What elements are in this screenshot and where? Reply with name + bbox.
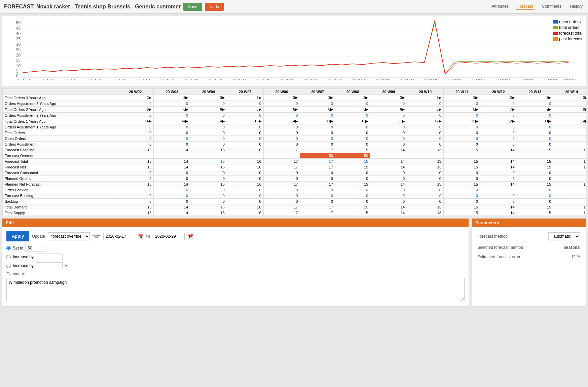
cell-8-7: 0 xyxy=(370,142,407,147)
cell-10-2[interactable] xyxy=(190,153,227,159)
row-label-11: Forecast Total xyxy=(3,159,117,164)
cell-12-7: 14 xyxy=(370,164,407,170)
set-to-label: Set to xyxy=(13,246,23,250)
apply-button[interactable]: Apply xyxy=(6,231,29,241)
cell-11-6: 15 xyxy=(335,159,370,164)
calendar-icon-from[interactable]: 📅 xyxy=(138,234,144,239)
row-label-14: Planned Orders xyxy=(3,176,117,182)
field-select[interactable]: forecast override forecast baseline xyxy=(48,232,90,240)
radio-set-to[interactable] xyxy=(6,246,11,250)
cell-19-1: 14 xyxy=(154,204,190,210)
svg-text:17 W52: 17 W52 xyxy=(160,78,174,80)
cell-16-0: 0 xyxy=(117,187,154,193)
cell-18-8: 0 xyxy=(407,199,444,204)
cell-11-11: 15 xyxy=(517,159,553,164)
table-row: Total Orders 2 Years Ago6▶6▶6▶6▶6▶8▶6▶6▶… xyxy=(3,107,586,113)
svg-text:20 W12: 20 W12 xyxy=(472,78,486,80)
cell-20-3: 16 xyxy=(227,210,263,216)
till-date-input[interactable] xyxy=(153,233,185,240)
nav-forecast[interactable]: Forecast xyxy=(516,3,535,10)
cell-14-3: 0 xyxy=(227,176,263,182)
cell-3-5: 0 xyxy=(300,113,335,118)
cell-13-7: 0 xyxy=(370,170,407,176)
cell-18-5: 0 xyxy=(300,199,335,204)
cell-10-1[interactable] xyxy=(154,153,190,159)
increase-by-pct-input[interactable] xyxy=(36,262,63,269)
cell-20-10: 14 xyxy=(480,210,517,216)
radio-increase-by-pct[interactable] xyxy=(6,264,11,268)
cell-15-3: 16 xyxy=(227,182,263,187)
cell-10-10[interactable] xyxy=(480,153,517,159)
cell-10-5[interactable]: 50 xyxy=(300,153,335,159)
cell-14-5: 0 xyxy=(300,176,335,182)
cell-10-4[interactable] xyxy=(263,153,300,159)
cell-3-7: 0 xyxy=(370,113,407,118)
from-date-input[interactable] xyxy=(103,233,135,240)
cell-11-10: 14 xyxy=(480,159,517,164)
increase-by-input[interactable] xyxy=(36,254,63,260)
cell-11-3: 16 xyxy=(227,159,263,164)
selected-method-value: seasonal xyxy=(564,245,580,250)
cell-5-12: 0 xyxy=(553,124,586,130)
save-button[interactable]: Save xyxy=(183,3,202,11)
row-label-5: Orders Adjustment 1 Years Ago xyxy=(3,124,117,130)
svg-text:10: 10 xyxy=(16,64,21,68)
estimated-error-label: Estimated forecast error xyxy=(477,255,520,259)
nav-attributes[interactable]: Attributes xyxy=(490,3,510,10)
cell-15-8: 13 xyxy=(407,182,444,187)
legend-dot-past-forecast xyxy=(553,37,558,41)
cell-19-11: 15 xyxy=(517,204,553,210)
comment-textarea[interactable]: Wimbledon promotion campaign xyxy=(6,278,465,301)
param-row-selected-method: Selected forecast method seasonal xyxy=(477,245,580,250)
cell-10-11[interactable] xyxy=(517,153,553,159)
update-label: Update xyxy=(32,234,45,239)
cell-6-7: 0 xyxy=(370,130,407,136)
cell-10-12[interactable] xyxy=(553,153,586,159)
cell-0-7: 3▶ xyxy=(370,95,407,101)
cell-19-12: 15 xyxy=(553,204,586,210)
svg-text:19 W28: 19 W28 xyxy=(376,78,390,80)
cell-15-7: 14 xyxy=(370,182,407,187)
cell-3-1: 0 xyxy=(154,113,190,118)
edit-panel: Edit Apply Update forecast override fore… xyxy=(2,218,469,307)
row-label-3: Orders Adjustment 2 Years Ago xyxy=(3,113,117,118)
calendar-icon-till[interactable]: 📅 xyxy=(187,234,193,239)
cell-10-3[interactable] xyxy=(227,153,263,159)
cell-12-0: 15 xyxy=(117,164,154,170)
cell-10-6[interactable]: 50 xyxy=(335,153,370,159)
from-label: from xyxy=(93,234,101,239)
table-row: Forecast Total15141516171715141315141515… xyxy=(3,159,586,164)
table-row: Backlog0000000000000000000 xyxy=(3,199,586,204)
cell-8-5: 0 xyxy=(300,142,335,147)
nav-history[interactable]: History xyxy=(569,3,584,10)
cell-20-12: 15 xyxy=(553,210,586,216)
set-to-input[interactable] xyxy=(25,245,45,251)
cell-5-5: 0 xyxy=(300,124,335,130)
svg-text:50: 50 xyxy=(16,21,21,25)
svg-text:17 W07: 17 W07 xyxy=(40,78,54,80)
cell-10-7[interactable] xyxy=(370,153,407,159)
svg-text:18 W18: 18 W18 xyxy=(208,78,222,80)
col-header-20w09: 20 W09 xyxy=(370,89,407,95)
cell-19-2: 15 xyxy=(190,204,227,210)
cell-15-5: 17 xyxy=(300,182,335,187)
cell-12-12: 15 xyxy=(553,164,586,170)
cell-10-0[interactable] xyxy=(117,153,154,159)
cell-7-7: 0 xyxy=(370,136,407,142)
cell-5-10: 0 xyxy=(480,124,517,130)
svg-text:20: 20 xyxy=(16,53,21,57)
undo-button[interactable]: Undo xyxy=(205,3,224,11)
svg-text:5: 5 xyxy=(16,69,19,74)
table-row: Orders Adjustment 1 Years Ago00000000000… xyxy=(3,124,586,130)
svg-text:19 W37: 19 W37 xyxy=(400,78,414,80)
table-row: Forecast Consumed0000000000000000000 xyxy=(3,170,586,176)
cell-10-8[interactable] xyxy=(407,153,444,159)
cell-13-6: 0 xyxy=(335,170,370,176)
cell-9-1: 14 xyxy=(154,147,190,153)
cell-16-1: 0 xyxy=(154,187,190,193)
svg-text:17 W25: 17 W25 xyxy=(88,78,102,80)
radio-increase-by[interactable] xyxy=(6,255,11,259)
forecast-method-select[interactable]: automatic seasonal manual xyxy=(548,232,580,240)
cell-10-9[interactable] xyxy=(443,153,480,159)
nav-comments[interactable]: Comments xyxy=(541,3,563,10)
